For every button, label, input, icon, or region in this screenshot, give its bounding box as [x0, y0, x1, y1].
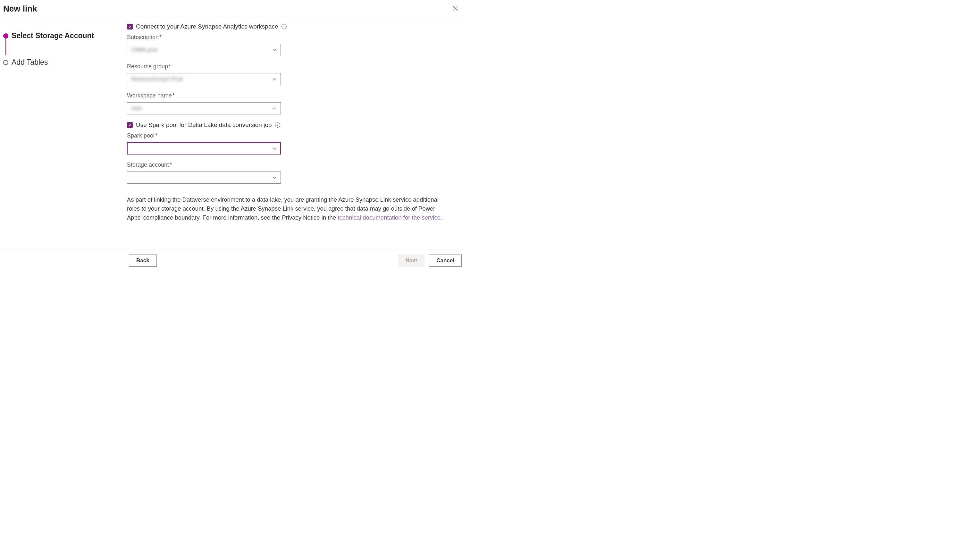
back-button[interactable]: Back: [129, 254, 157, 267]
subscription-field: Subscription* CRM6 prod: [127, 34, 456, 56]
dialog-title: New link: [3, 4, 37, 14]
close-button[interactable]: [450, 4, 460, 14]
resourcegroup-value: ResourceGroup1-Prod: [131, 76, 183, 82]
connect-synapse-row: Connect to your Azure Synapse Analytics …: [127, 23, 456, 30]
chevron-down-icon: [272, 146, 277, 151]
chevron-down-icon: [272, 175, 277, 180]
sparkpool-label: Spark pool*: [127, 133, 456, 139]
chevron-down-icon: [272, 77, 277, 81]
form-area: Connect to your Azure Synapse Analytics …: [114, 18, 465, 249]
checkmark-icon: [128, 25, 132, 28]
dialog-header: New link: [0, 0, 465, 18]
storage-field: Storage account*: [127, 162, 456, 184]
step-connector: [5, 36, 6, 55]
subscription-value: CRM6 prod: [131, 47, 158, 53]
connect-synapse-label: Connect to your Azure Synapse Analytics …: [136, 23, 278, 30]
step-label: Add Tables: [11, 58, 48, 67]
disclaimer-link[interactable]: technical documentation for the service.: [338, 214, 442, 221]
step-label: Select Storage Account: [11, 32, 94, 40]
sparkpool-field: Spark pool*: [127, 133, 456, 155]
workspace-select[interactable]: main: [127, 102, 281, 114]
sparkpool-checkbox[interactable]: [127, 122, 133, 128]
storage-select[interactable]: [127, 172, 281, 184]
wizard-step-add-tables[interactable]: Add Tables: [3, 58, 111, 67]
sparkpool-check-row: Use Spark pool for Delta Lake data conve…: [127, 121, 456, 129]
connect-synapse-checkbox[interactable]: [127, 24, 133, 30]
checkmark-icon: [128, 123, 132, 127]
resourcegroup-label: Resource group*: [127, 63, 456, 70]
resourcegroup-field: Resource group* ResourceGroup1-Prod: [127, 63, 456, 85]
resourcegroup-select[interactable]: ResourceGroup1-Prod: [127, 73, 281, 85]
workspace-label: Workspace name*: [127, 92, 456, 99]
info-icon[interactable]: i: [281, 24, 287, 29]
wizard-step-select-storage[interactable]: Select Storage Account: [3, 32, 111, 40]
dialog-body: Select Storage Account Add Tables Connec…: [0, 18, 465, 249]
subscription-select[interactable]: CRM6 prod: [127, 44, 281, 56]
sparkpool-select[interactable]: [127, 142, 281, 155]
storage-label: Storage account*: [127, 162, 456, 168]
form-scroll[interactable]: Connect to your Azure Synapse Analytics …: [114, 18, 465, 249]
dialog-footer: Back Next Cancel: [0, 249, 465, 272]
chevron-down-icon: [272, 106, 277, 110]
chevron-down-icon: [272, 48, 277, 52]
step-dot-inactive-icon: [3, 60, 8, 65]
subscription-label: Subscription*: [127, 34, 456, 41]
workspace-field: Workspace name* main: [127, 92, 456, 114]
disclaimer-text: As part of linking the Dataverse environ…: [127, 195, 448, 222]
close-icon: [453, 6, 458, 11]
info-icon[interactable]: i: [275, 123, 280, 128]
sparkpool-check-label: Use Spark pool for Delta Lake data conve…: [136, 121, 272, 129]
workspace-value: main: [131, 106, 142, 111]
cancel-button[interactable]: Cancel: [429, 254, 462, 267]
next-button: Next: [398, 254, 425, 267]
wizard-sidebar: Select Storage Account Add Tables: [0, 18, 114, 249]
